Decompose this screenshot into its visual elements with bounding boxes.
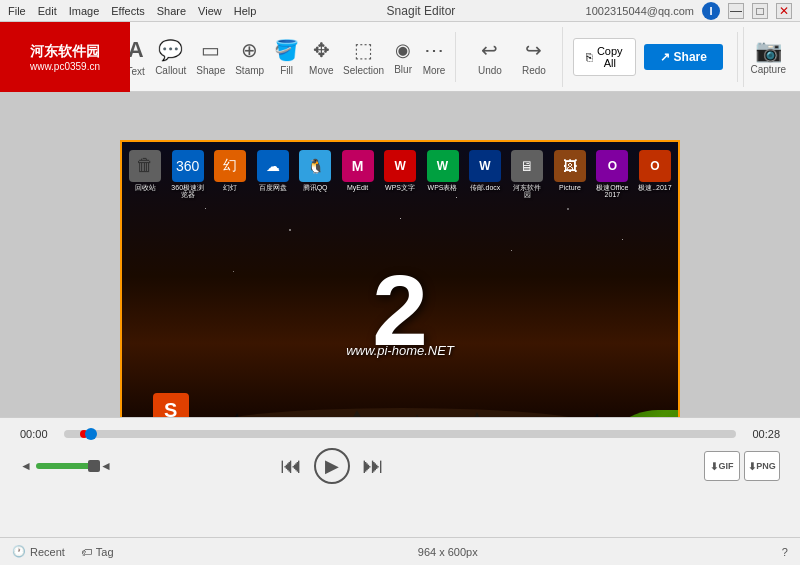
status-bar: 🕐 Recent 🏷 Tag 964 x 600px ? (0, 537, 800, 565)
user-email: 1002315044@qq.com (586, 5, 694, 17)
capture-icon: 📷 (755, 38, 782, 64)
office2-icon: O (639, 150, 671, 182)
move-icon: ✥ (313, 38, 330, 62)
selection-tool-button[interactable]: ⬚ Selection (340, 29, 388, 85)
bottom-bar: 00:00 00:28 ◄ ◄ ⏮ ▶ ⏭ ⬇ GIF (0, 417, 800, 537)
capture-button[interactable]: 📷 Capture (743, 27, 792, 87)
redo-label: Redo (522, 65, 546, 76)
step-forward-button[interactable]: ⏭ (358, 451, 388, 481)
shape-tool-button[interactable]: ▭ Shape (192, 29, 229, 85)
watermark-line2: www.pc0359.cn (30, 61, 100, 72)
callout-tool-button[interactable]: 💬 Callout (151, 29, 190, 85)
wps-table-icon: W (427, 150, 459, 182)
watermark-line1: 河东软件园 (30, 43, 100, 61)
menu-image[interactable]: Image (69, 5, 100, 17)
export-png-button[interactable]: ⬇ PNG (744, 451, 780, 481)
fill-tool-button[interactable]: 🪣 Fill (270, 29, 303, 85)
copy-icon: ⎘ (586, 51, 593, 63)
menu-edit[interactable]: Edit (38, 5, 57, 17)
shape-label: Shape (196, 65, 225, 76)
blur-label: Blur (394, 64, 412, 75)
text-icon: A (128, 37, 144, 63)
user-avatar: I (702, 2, 720, 20)
stamp-icon: ⊕ (241, 38, 258, 62)
dimensions-label: 964 x 600px (418, 546, 478, 558)
video-watermark-text: www.pi-home.NET (346, 343, 454, 358)
wps-text-icon: W (384, 150, 416, 182)
copy-all-label: Copy All (597, 45, 623, 69)
timeline-marker-blue[interactable] (85, 428, 97, 440)
title-bar: File Edit Image Effects Share View Help … (0, 0, 800, 22)
desktop-icon-ppt: 幻 幻灯 (213, 150, 247, 192)
volume-bar[interactable] (36, 463, 96, 469)
undo-redo-section: ↩ Undo ↪ Redo (462, 27, 563, 87)
menu-help[interactable]: Help (234, 5, 257, 17)
stamp-label: Stamp (235, 65, 264, 76)
watermark-overlay: 河东软件园 www.pc0359.cn (0, 22, 130, 92)
timeline-track[interactable] (64, 430, 736, 438)
undo-button[interactable]: ↩ Undo (470, 32, 510, 82)
desktop-icon-myedit: M MyEdit (340, 150, 374, 192)
desktop-icon-office2: O 极速..2017 (638, 150, 672, 192)
volume-knob[interactable] (88, 460, 100, 472)
recent-label: Recent (30, 546, 65, 558)
copy-all-button[interactable]: ⎘ Copy All (573, 38, 636, 76)
export-gif-button[interactable]: ⬇ GIF (704, 451, 740, 481)
callout-icon: 💬 (158, 38, 183, 62)
desktop-icon-wps-text: W WPS文字 (383, 150, 417, 192)
move-label: Move (309, 65, 333, 76)
menu-view[interactable]: View (198, 5, 222, 17)
share-button[interactable]: ↗ Share (644, 44, 723, 70)
capture-label: Capture (750, 64, 786, 75)
picture-icon: 🖼 (554, 150, 586, 182)
redo-button[interactable]: ↪ Redo (514, 32, 554, 82)
export-gif-label: GIF (718, 461, 733, 471)
tag-button[interactable]: 🏷 Tag (81, 546, 114, 558)
step-back-button[interactable]: ⏮ (276, 451, 306, 481)
stamp-tool-button[interactable]: ⊕ Stamp (231, 29, 268, 85)
redo-icon: ↪ (525, 38, 542, 62)
recycle-icon: 🗑 (129, 150, 161, 182)
minimize-button[interactable]: — (728, 3, 744, 19)
tag-icon: 🏷 (81, 546, 92, 558)
time-start-label: 00:00 (20, 428, 56, 440)
volume-right-arrow[interactable]: ◄ (100, 459, 112, 473)
app-title: Snagit Editor (387, 4, 456, 18)
move-tool-button[interactable]: ✥ Move (305, 29, 337, 85)
baidu-icon: ☁ (257, 150, 289, 182)
play-controls: ⏮ ▶ ⏭ (276, 448, 388, 484)
more-button[interactable]: ⋯ More (419, 29, 450, 85)
desktop-icon-doc: W 传邮.docx (468, 150, 502, 192)
qq-icon: 🐧 (299, 150, 331, 182)
menu-bar: File Edit Image Effects Share View Help (8, 5, 256, 17)
play-button[interactable]: ▶ (314, 448, 350, 484)
close-button[interactable]: ✕ (776, 3, 792, 19)
recent-button[interactable]: 🕐 Recent (12, 545, 65, 558)
share-section: ⎘ Copy All ↗ Share (565, 38, 731, 76)
blur-icon: ◉ (395, 39, 411, 61)
doc-icon: W (469, 150, 501, 182)
blur-tool-button[interactable]: ◉ Blur (390, 29, 417, 85)
desktop-icon-recycle: 🗑 回收站 (128, 150, 162, 192)
recent-icon: 🕐 (12, 545, 26, 558)
maximize-button[interactable]: □ (752, 3, 768, 19)
share-label: Share (674, 50, 707, 64)
office1-icon: O (596, 150, 628, 182)
hedong-icon: 🖥 (511, 150, 543, 182)
ppt-icon: 幻 (214, 150, 246, 182)
more-icon: ⋯ (424, 38, 444, 62)
undo-icon: ↩ (481, 38, 498, 62)
export-gif-icon: ⬇ (710, 461, 718, 472)
share-icon: ↗ (660, 50, 670, 64)
callout-label: Callout (155, 65, 186, 76)
selection-icon: ⬚ (354, 38, 373, 62)
help-button[interactable]: ? (782, 546, 788, 558)
title-bar-right: 1002315044@qq.com I — □ ✕ (586, 2, 792, 20)
menu-file[interactable]: File (8, 5, 26, 17)
menu-effects[interactable]: Effects (111, 5, 144, 17)
export-png-label: PNG (756, 461, 776, 471)
export-png-icon: ⬇ (748, 461, 756, 472)
undo-label: Undo (478, 65, 502, 76)
volume-left-arrow[interactable]: ◄ (20, 459, 32, 473)
menu-share[interactable]: Share (157, 5, 186, 17)
